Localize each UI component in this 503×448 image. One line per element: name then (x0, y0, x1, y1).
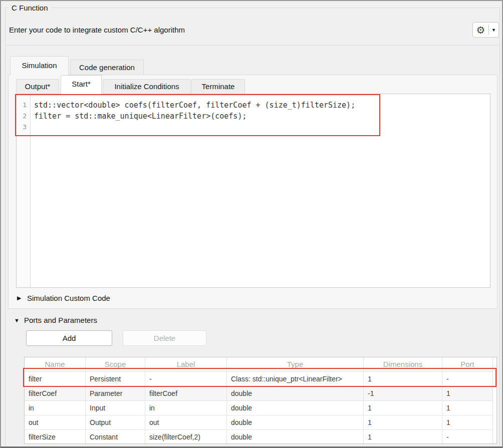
dialog-description: Enter your code to integrate custom C/C+… (9, 26, 185, 34)
table-cell[interactable]: in (25, 401, 86, 415)
table-cell[interactable]: filter (25, 372, 86, 386)
code-editor[interactable]: 1 2 3 std::vector<double> coefs(filterCo… (16, 94, 490, 288)
add-button[interactable]: Add (26, 330, 112, 346)
subtab-initialize-conditions[interactable]: Initialize Conditions (103, 79, 191, 94)
code-line: std::vector<double> coefs(filterCoef, fi… (34, 100, 490, 111)
table-cell[interactable]: 1 (442, 401, 493, 415)
subtab-start[interactable]: Start* (61, 75, 102, 94)
section-label: Simulation Custom Code (27, 294, 110, 302)
table-cell[interactable]: size(filterCoef,2) (145, 430, 227, 444)
simulation-custom-code-toggle[interactable]: ▶ Simulation Custom Code (17, 294, 110, 302)
expanded-arrow-icon: ▼ (14, 317, 24, 323)
table-row-out[interactable]: outOutputoutdouble11 (25, 415, 496, 429)
subtab-output[interactable]: Output* (16, 79, 59, 94)
table-cell[interactable]: filterSize (25, 430, 86, 444)
code-line: filter = std::make_unique<LinearFilter>(… (34, 111, 490, 122)
settings-split-button[interactable]: ⚙ ▼ (472, 22, 499, 38)
table-cell[interactable]: 1 (442, 386, 493, 400)
column-header-name: Name (25, 357, 86, 371)
table-cell[interactable]: filterCoef (145, 386, 227, 400)
table-cell[interactable]: 1 (442, 415, 493, 429)
table-cell[interactable]: double (227, 415, 364, 429)
table-cell[interactable]: 1 (364, 372, 442, 386)
code-text-area[interactable]: std::vector<double> coefs(filterCoef, fi… (31, 94, 490, 287)
column-header-dimensions: Dimensions (364, 357, 442, 371)
table-cell[interactable]: in (145, 401, 227, 415)
table-cell[interactable]: double (227, 386, 364, 400)
table-cell[interactable]: -1 (364, 386, 442, 400)
table-cell[interactable]: - (442, 430, 493, 444)
column-header-type: Type (227, 357, 364, 371)
table-cell[interactable]: Output (86, 415, 145, 429)
header-divider (6, 45, 499, 46)
ports-and-parameters-toggle[interactable]: ▼ Ports and Parameters (14, 316, 97, 324)
table-cell[interactable]: Input (86, 401, 145, 415)
line-number: 2 (17, 111, 30, 122)
line-number: 3 (17, 122, 30, 133)
table-row-in[interactable]: inInputindouble11 (25, 400, 496, 415)
table-cell[interactable]: - (442, 372, 493, 386)
subtab-terminate[interactable]: Terminate (191, 79, 245, 94)
line-number-gutter: 1 2 3 (17, 94, 31, 287)
table-row-filter[interactable]: filterPersistent-Class: std::unique_ptr<… (25, 371, 496, 386)
column-header-label: Label (145, 357, 227, 371)
table-cell[interactable]: 1 (364, 415, 442, 429)
table-header-row: NameScopeLabelTypeDimensionsPort (25, 357, 496, 371)
line-number: 1 (17, 100, 30, 111)
table-scrollbar[interactable] (492, 357, 496, 443)
table-row-filterCoef[interactable]: filterCoefParameterfilterCoefdouble-11 (25, 386, 496, 400)
group-title: C Function (8, 4, 52, 12)
table-cell[interactable]: Persistent (86, 372, 145, 386)
table-cell[interactable]: out (145, 415, 227, 429)
gear-icon: ⚙ (473, 25, 488, 35)
table-body: filterPersistent-Class: std::unique_ptr<… (25, 371, 496, 444)
table-row-filterSize[interactable]: filterSizeConstantsize(filterCoef,2)doub… (25, 429, 496, 444)
table-cell[interactable]: 1 (364, 401, 442, 415)
table-cell[interactable]: double (227, 401, 364, 415)
table-cell[interactable]: Class: std::unique_ptr<LinearFilter> (227, 372, 364, 386)
table-cell[interactable]: - (145, 372, 227, 386)
table-cell[interactable]: filterCoef (25, 386, 86, 400)
table-cell[interactable]: 1 (364, 430, 442, 444)
ports-parameters-table[interactable]: NameScopeLabelTypeDimensionsPort filterP… (24, 357, 497, 444)
tab-code-generation[interactable]: Code generation (70, 60, 144, 75)
table-cell[interactable]: Parameter (86, 386, 145, 400)
column-header-port: Port (442, 357, 493, 371)
column-header-scope: Scope (86, 357, 145, 371)
delete-button[interactable]: Delete (123, 330, 206, 346)
collapsed-arrow-icon: ▶ (17, 295, 27, 301)
section-label: Ports and Parameters (24, 316, 97, 324)
c-function-dialog: C Function Enter your code to integrate … (0, 0, 503, 448)
table-cell[interactable]: double (227, 430, 364, 444)
chevron-down-icon[interactable]: ▼ (489, 28, 498, 33)
table-cell[interactable]: Constant (86, 430, 145, 444)
table-cell[interactable]: out (25, 415, 86, 429)
tab-simulation[interactable]: Simulation (10, 56, 69, 75)
